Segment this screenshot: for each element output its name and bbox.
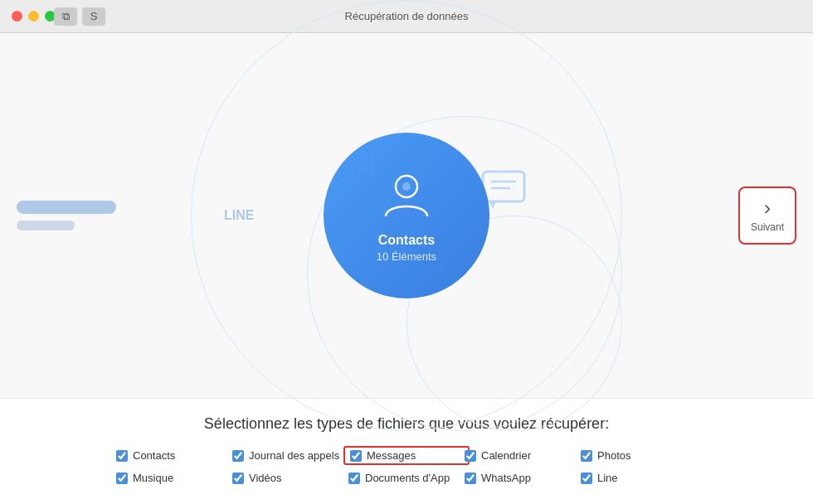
device-sub-bar <box>17 220 75 230</box>
checkbox-documents-label: Documents d'App <box>365 472 450 484</box>
checkbox-photos[interactable]: Photos <box>581 448 697 463</box>
checkbox-videos[interactable]: Vidéos <box>232 472 348 484</box>
checkbox-documents-input[interactable] <box>348 472 360 484</box>
checkbox-line[interactable]: Line <box>581 472 697 484</box>
checkbox-photos-label: Photos <box>597 449 630 462</box>
checkbox-documents[interactable]: Documents d'App <box>348 472 465 484</box>
minimize-button[interactable] <box>28 11 39 22</box>
main-content: LINE <box>0 33 813 504</box>
next-arrow-icon: › <box>764 198 771 218</box>
center-circle-sublabel: 10 Éléments <box>377 250 436 263</box>
checkbox-whatsapp[interactable]: WhatsApp <box>465 472 581 484</box>
device-name-bar <box>17 201 116 214</box>
checkbox-journal-label: Journal des appels <box>249 449 339 462</box>
next-button[interactable]: › Suivant <box>738 187 796 245</box>
checkbox-whatsapp-label: WhatsApp <box>481 472 531 484</box>
toolbar-icons: ⧉ S <box>54 7 105 26</box>
checkbox-contacts-label: Contacts <box>133 449 175 462</box>
close-button[interactable] <box>12 11 22 22</box>
traffic-lights <box>12 11 56 22</box>
checkbox-whatsapp-input[interactable] <box>465 472 476 484</box>
checkbox-line-label: Line <box>597 472 618 484</box>
svg-marker-3 <box>489 201 496 209</box>
checkbox-journal[interactable]: Journal des appels <box>232 448 348 463</box>
checkbox-messages-input[interactable] <box>350 450 362 462</box>
checkbox-messages-label: Messages <box>367 449 416 462</box>
checkbox-musique-input[interactable] <box>116 472 128 484</box>
checkbox-photos-input[interactable] <box>581 450 592 462</box>
checkbox-musique[interactable]: Musique <box>116 472 232 484</box>
checkbox-videos-input[interactable] <box>232 472 244 484</box>
next-button-label: Suivant <box>751 221 784 233</box>
line-app-label: LINE <box>224 208 254 223</box>
checkbox-calendrier-input[interactable] <box>465 450 476 462</box>
skype-icon[interactable]: S <box>82 7 105 26</box>
checkbox-calendrier[interactable]: Calendrier <box>465 448 581 463</box>
checkbox-journal-input[interactable] <box>232 450 244 462</box>
copy-icon[interactable]: ⧉ <box>54 7 77 26</box>
checkbox-musique-label: Musique <box>133 472 173 484</box>
device-info-panel <box>17 201 116 230</box>
checkbox-messages[interactable]: Messages <box>343 446 470 465</box>
checkbox-calendrier-label: Calendrier <box>481 449 531 462</box>
checkbox-videos-label: Vidéos <box>249 472 282 484</box>
center-circle-label: Contacts <box>378 233 435 248</box>
svg-point-10 <box>402 182 411 191</box>
svg-rect-0 <box>483 172 524 201</box>
checkbox-contacts[interactable]: Contacts <box>116 448 232 463</box>
checkbox-contacts-input[interactable] <box>116 450 128 462</box>
center-circle: Contacts 10 Éléments <box>324 133 489 298</box>
checkbox-line-input[interactable] <box>581 472 592 484</box>
viz-area: LINE <box>0 33 813 398</box>
checkboxes-grid: Contacts Journal des appels Messages Cal… <box>116 448 697 484</box>
